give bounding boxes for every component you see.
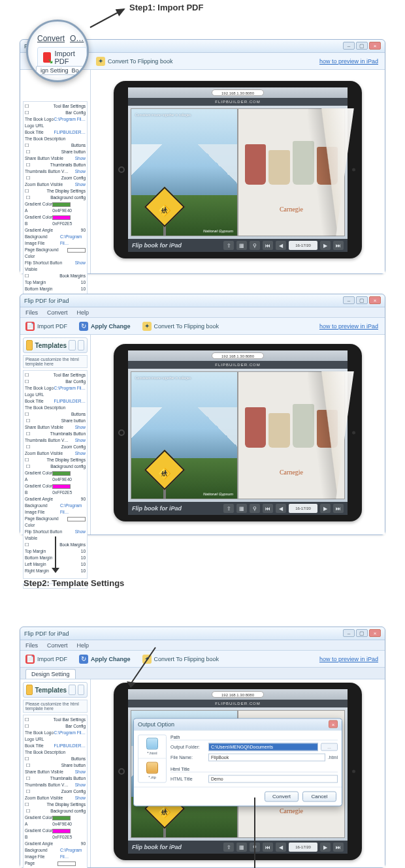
html-title-label: HTML Title [170,777,206,781]
close-button[interactable]: × [369,42,381,50]
templates-header[interactable]: Templates [23,337,88,353]
site-banner: FLIPBUILDER.COM [128,98,348,106]
output-type-list[interactable]: *.html *.zip [138,734,167,783]
flipbook-spread[interactable]: Consistent insurer together in colleges.… [128,106,348,239]
close-button[interactable]: × [369,629,381,637]
import-pdf-button[interactable]: Import PDF [37,47,87,68]
convert-flipbook-button[interactable]: ✦ Convert To Flipping book [96,57,172,66]
cancel-button[interactable]: Cancel [302,791,336,801]
last-icon[interactable]: ⏭ [333,843,344,852]
preview-help-link[interactable]: how to preview in iPad [319,58,378,65]
prev-icon[interactable]: ◀ [276,843,286,852]
settings-tree[interactable]: ☐ Tool Bar Settings ☐ Bar Config The Boo… [23,101,88,310]
flipbook-toolbar: Flip book for iPad ⇪ ▦ ⚲ ⏮ ◀ 16-17/20 ▶ … [128,239,348,252]
share-icon[interactable]: ⇪ [223,504,234,513]
svg-line-2 [131,647,155,684]
next-icon[interactable]: ▶ [320,504,331,513]
max-button[interactable]: ▢ [356,42,368,50]
output-type-zip[interactable]: *.zip [138,759,166,783]
templates-icon [26,685,33,695]
dialog-title: Output Option [138,721,174,728]
file-name-input[interactable]: FlipBook [208,753,325,761]
preview-help-link[interactable]: how to preview in iPad [319,323,378,330]
refresh-templates-button[interactable] [69,685,75,695]
flipbook-title: Flip book for iPad [132,505,182,512]
page-indicator[interactable]: 16-17/20 [289,843,317,852]
import-pdf-button[interactable]: 📄Import PDF [25,655,67,664]
min-button[interactable]: – [343,629,355,637]
html-title-input[interactable]: Demo [208,775,338,783]
import-pdf-button[interactable]: 📄Import PDF [25,322,67,331]
zoom-icon[interactable]: ⚲ [250,504,260,513]
convert-flipbook-label: Convert To Flipping book [108,58,172,65]
prev-icon[interactable]: ◀ [276,241,286,250]
min-button[interactable]: – [343,42,355,50]
prev-icon[interactable]: ◀ [276,504,286,513]
address-bar[interactable]: 192.168.1.30:8080 [212,352,264,359]
min-button[interactable]: – [343,296,355,304]
next-icon[interactable]: ▶ [320,843,331,852]
thumbnails-icon[interactable]: ▦ [236,843,247,852]
last-icon[interactable]: ⏭ [333,504,344,513]
refresh-templates-button[interactable] [69,340,75,350]
output-folder-input[interactable]: C:\Users\MENGQI\Documents [208,743,318,751]
save-template-button[interactable] [78,685,84,695]
first-icon[interactable]: ⏮ [263,241,273,250]
share-icon[interactable]: ⇪ [223,241,234,250]
last-icon[interactable]: ⏭ [333,241,344,250]
dialog-titlebar[interactable]: Output Option × [134,719,342,730]
menubar[interactable]: FilesConvertHelp [20,307,385,318]
file-ext: .html [328,755,338,760]
templates-label: Templates [35,342,67,349]
import-pdf-icon: 📄 [25,655,35,664]
page-indicator[interactable]: 16-17/20 [289,241,317,250]
svg-line-0 [90,9,124,27]
output-type-html[interactable]: *.html [138,735,166,759]
flipbook-spread[interactable]: Consistent insurer together in colleges.… [128,369,348,502]
thumbnails-icon[interactable]: ▦ [236,241,247,250]
refresh-icon: ↻ [79,322,88,331]
dialog-close-button[interactable]: × [329,721,338,728]
import-pdf-icon: 📄 [25,322,35,331]
apply-change-button[interactable]: ↻Apply Change [79,322,131,331]
design-setting-tab[interactable]: Design Setting [25,669,76,679]
zoom-icon[interactable]: ⚲ [250,241,260,250]
camera-icon [352,168,355,172]
import-pdf-label: Import PDF [37,323,67,330]
preview-help-link[interactable]: how to preview in iPad [319,656,378,662]
flipbook-title: Flip book for iPad [132,242,182,249]
page-indicator[interactable]: 16-17/20 [289,504,317,513]
templates-hint: Please customize the html template here [23,700,88,713]
arrow-step3-out [248,796,261,868]
window-title: Flip PDF for iPad [24,630,69,637]
arrow-step1 [85,5,131,31]
left-page: Consistent insurer together in colleges.… [131,108,238,236]
max-button[interactable]: ▢ [356,296,368,304]
settings-tree[interactable]: ☐ Tool Bar Settings ☐ Bar Config The Boo… [23,715,88,868]
share-icon[interactable]: ⇪ [223,843,234,852]
step2-label: Step2: Template Settings [24,578,124,588]
thumbnails-icon[interactable]: ▦ [236,504,247,513]
window-title: Flip PDF for iPad [24,298,69,304]
browse-button[interactable]: … [321,743,338,751]
save-template-button[interactable] [78,340,84,350]
close-button[interactable]: × [369,296,381,304]
sidebar: Templates Please customize the html temp… [20,335,91,535]
site-banner: FLIPBUILDER.COM [128,361,348,369]
magnifier-callout: ConvertO… Import PDF ign Setting Bo [26,20,89,82]
mag-tab: ign Setting Bo [36,66,84,75]
wand-icon: ✦ [142,322,152,331]
convert-button[interactable]: Convert [265,791,299,801]
max-button[interactable]: ▢ [356,629,368,637]
address-bar[interactable]: 192.168.1.30:8080 [212,89,264,96]
first-icon[interactable]: ⏮ [263,843,273,852]
first-icon[interactable]: ⏮ [263,504,273,513]
templates-header[interactable]: Templates [23,682,88,698]
menubar[interactable]: FilesConvertHelp [20,640,385,651]
arrow-step2 [49,535,62,574]
address-bar[interactable]: 192.168.1.30:8080 [212,691,264,698]
next-icon[interactable]: ▶ [320,241,331,250]
import-pdf-label: Import PDF [55,50,81,65]
convert-flipbook-button[interactable]: ✦Convert To Flipping book [142,322,219,331]
zip-icon [146,762,158,773]
